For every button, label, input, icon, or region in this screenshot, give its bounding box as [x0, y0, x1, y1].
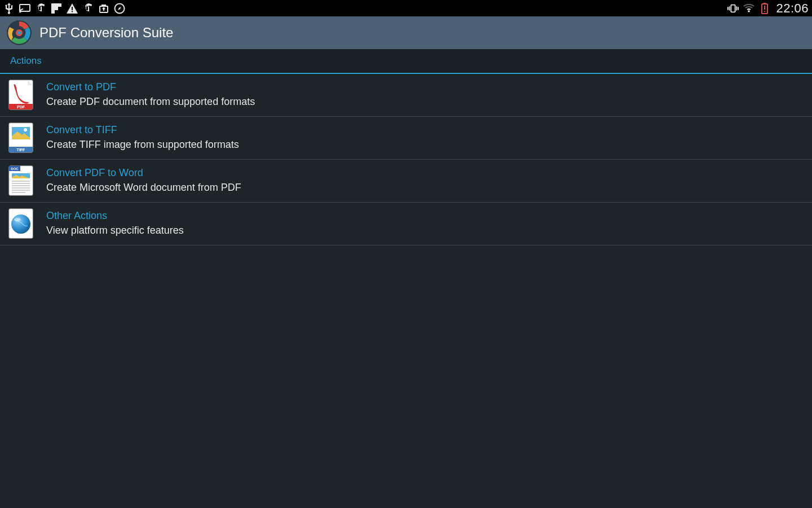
svg-text:PDF: PDF: [17, 105, 25, 109]
svg-point-38: [14, 218, 21, 221]
svg-rect-3: [55, 3, 61, 7]
action-convert-to-tiff[interactable]: TIFF Convert to TIFF Create TIFF image f…: [0, 117, 812, 160]
svg-rect-12: [764, 3, 766, 4]
actions-list: PDF Convert to PDF Create PDF document f…: [0, 74, 812, 246]
action-text: Convert to PDF Create PDF document from …: [46, 81, 255, 108]
app-bar: PDF Conversion Suite: [0, 16, 812, 49]
nyt2-icon: [82, 3, 94, 14]
pdf-icon: PDF: [8, 79, 34, 111]
section-header-actions: Actions: [0, 49, 812, 74]
doc-icon: DOC: [8, 165, 34, 196]
nyt-icon: [35, 3, 46, 14]
svg-rect-4: [55, 7, 58, 10]
svg-point-10: [748, 10, 751, 12]
svg-point-37: [11, 214, 30, 234]
battery-alert-icon: [759, 3, 770, 14]
svg-rect-6: [72, 11, 73, 12]
vibrate-icon: [727, 3, 739, 14]
svg-point-17: [17, 31, 21, 34]
action-convert-to-pdf[interactable]: PDF Convert to PDF Create PDF document f…: [0, 74, 812, 117]
app-logo-icon: [6, 19, 33, 46]
action-title: Other Actions: [46, 210, 184, 222]
warning-icon: [67, 3, 78, 14]
section-header-label: Actions: [10, 55, 42, 67]
svg-rect-9: [731, 5, 735, 12]
action-text: Convert PDF to Word Create Microsoft Wor…: [46, 167, 241, 194]
svg-point-1: [20, 11, 21, 12]
action-title: Convert to TIFF: [46, 124, 239, 137]
usb-icon: [3, 3, 15, 14]
svg-text:DOC: DOC: [11, 167, 19, 170]
svg-rect-13: [764, 6, 765, 10]
cast-icon: [19, 3, 30, 14]
status-right-group: 22:06: [727, 1, 809, 16]
status-left-group: [3, 3, 125, 14]
compass-icon: [114, 3, 125, 14]
action-title: Convert PDF to Word: [46, 167, 241, 179]
tiff-icon: TIFF: [8, 122, 34, 154]
flipboard-icon: [51, 3, 62, 14]
action-text: Convert to TIFF Create TIFF image from s…: [46, 124, 239, 151]
status-clock: 22:06: [776, 1, 809, 16]
action-convert-pdf-to-word[interactable]: DOC Convert PDF to Word Create Microsoft…: [0, 160, 812, 203]
action-subtitle: Create PDF document from supported forma…: [46, 96, 255, 108]
update-icon: [98, 3, 109, 14]
svg-rect-14: [764, 11, 765, 12]
action-subtitle: Create Microsoft Word document from PDF: [46, 182, 241, 194]
svg-point-23: [24, 128, 27, 132]
svg-text:TIFF: TIFF: [17, 148, 25, 152]
app-title: PDF Conversion Suite: [39, 25, 173, 41]
action-subtitle: Create TIFF image from supported formats: [46, 139, 239, 151]
wifi-icon: [743, 3, 754, 14]
globe-icon: [8, 208, 34, 239]
svg-rect-2: [51, 3, 55, 14]
action-subtitle: View platform specific features: [46, 225, 184, 237]
action-other-actions[interactable]: Other Actions View platform specific fea…: [0, 203, 812, 246]
action-title: Convert to PDF: [46, 81, 255, 94]
action-text: Other Actions View platform specific fea…: [46, 210, 184, 237]
svg-rect-5: [72, 7, 73, 10]
status-bar: 22:06: [0, 0, 812, 16]
